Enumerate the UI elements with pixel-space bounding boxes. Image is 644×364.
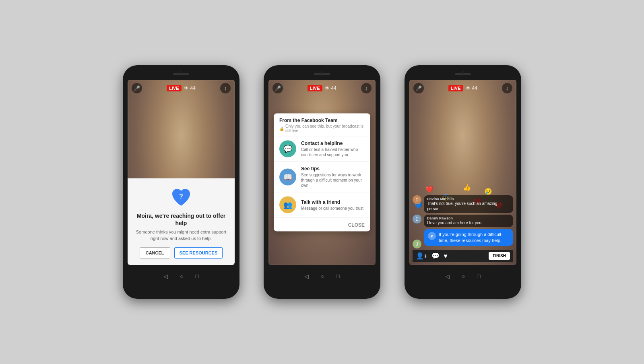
camera-1 (180, 71, 183, 74)
tips-text: See tips See suggestions for ways to wor… (301, 166, 365, 188)
helpline-icon: 💬 (279, 141, 296, 157)
eye-icon-2: 👁 (325, 85, 330, 91)
back-nav-2[interactable]: ◁ (304, 273, 309, 279)
live-center-2: LIVE 👁 44 (308, 85, 336, 91)
avatar-jasmine: J (413, 240, 421, 248)
live-badge-2: LIVE (308, 85, 322, 91)
helpline-text: Contact a helpline Call or text a traine… (301, 141, 365, 157)
share-icon-2[interactable]: ↕ (361, 83, 372, 93)
resource-heart-icon: ♥ (428, 232, 436, 240)
recent-nav-3[interactable]: □ (477, 273, 481, 279)
comment-text-2: I love you and am here for you (427, 220, 510, 225)
alert-subtitle: Someone thinks you might need extra supp… (134, 229, 228, 242)
live-bar-2: 🎤 LIVE 👁 44 ↕ (268, 83, 376, 93)
dialog-from: From the Facebook Team (279, 118, 365, 123)
resources-dialog: From the Facebook Team 🔒 Only you can se… (274, 114, 370, 232)
eye-icon-3: 👁 (466, 85, 471, 91)
live-bar-1: 🎤 LIVE 👁 44 ↕ (128, 83, 235, 93)
alert-buttons: CANCEL SEE RESOURCES (134, 247, 228, 259)
comment-row-1: D Davina Muriello That's not true, you'r… (413, 195, 513, 213)
live-views-2: 👁 44 (325, 85, 336, 91)
screen-2: 🎤 LIVE 👁 44 ↕ From the Facebook Team 🔒 O (268, 80, 376, 265)
phones-container: 🎤 LIVE 👁 44 ↕ ? Moira, (123, 65, 521, 299)
alert-overlay: ? Moira, we're reaching out to offer hel… (128, 178, 235, 265)
live-center-1: LIVE 👁 44 (167, 85, 196, 91)
phone-1: 🎤 LIVE 👁 44 ↕ ? Moira, (123, 65, 239, 299)
mic-icon-3[interactable]: 🎤 (413, 83, 424, 93)
dialog-item-friend[interactable]: 👥 Talk with a friend Message or call som… (274, 192, 370, 218)
comment-bubble-2: Danny Pawson I love you and am here for … (424, 215, 513, 227)
heart-question-icon: ? (170, 186, 192, 208)
friend-title: Talk with a friend (301, 199, 365, 205)
heart-icon[interactable]: ♥ (444, 252, 448, 260)
tips-icon: 📖 (279, 168, 296, 185)
screen-1: 🎤 LIVE 👁 44 ↕ ? Moira, (128, 80, 235, 265)
live-badge-3: LIVE (448, 85, 463, 91)
mic-icon-2[interactable]: 🎤 (272, 83, 283, 93)
phone-2: 🎤 LIVE 👁 44 ↕ From the Facebook Team 🔒 O (264, 65, 380, 299)
dialog-privacy: 🔒 Only you can see this, but your broadc… (279, 124, 365, 133)
friend-desc: Message or call someone you trust. (301, 205, 365, 211)
bottom-bar-1: ◁ ○ □ (128, 267, 235, 285)
back-nav-3[interactable]: ◁ (445, 273, 450, 279)
comments-overlay: D Davina Muriello That's not true, you'r… (409, 195, 516, 265)
helpline-title: Contact a helpline (301, 141, 365, 146)
friend-text: Talk with a friend Message or call someo… (301, 199, 365, 211)
share-icon-1[interactable]: ↕ (220, 83, 231, 93)
screen-3: 🎤 LIVE 👁 44 ↕ ❤️ 😨 👍 ❤️ 😢 ❤️ 💙 (409, 80, 516, 265)
bottom-bar-2: ◁ ○ □ (268, 267, 376, 285)
close-button[interactable]: CLOSE (348, 222, 365, 228)
resource-text: If you're going through a difficult time… (439, 232, 509, 243)
dialog-header: From the Facebook Team 🔒 Only you can se… (274, 114, 370, 136)
eye-icon-1: 👁 (184, 85, 189, 91)
see-resources-button[interactable]: SEE RESOURCES (174, 247, 223, 259)
camera-3 (462, 71, 464, 74)
lock-icon: 🔒 (279, 126, 284, 130)
mic-icon-1[interactable]: 🎤 (132, 83, 142, 93)
dialog-item-helpline[interactable]: 💬 Contact a helpline Call or text a trai… (274, 136, 370, 162)
live-center-3: LIVE 👁 44 (448, 85, 477, 91)
resource-bubble: ♥ If you're going through a difficult ti… (424, 229, 513, 246)
bottom-actions: 👤+ 💬 ♥ FINISH (413, 250, 513, 262)
home-nav-1[interactable]: ○ (180, 273, 183, 279)
svg-text:?: ? (179, 193, 183, 200)
phone-3: 🎤 LIVE 👁 44 ↕ ❤️ 😨 👍 ❤️ 😢 ❤️ 💙 (405, 65, 521, 299)
alert-title: Moira, we're reaching out to offer help (134, 212, 228, 227)
dialog-item-tips[interactable]: 📖 See tips See suggestions for ways to w… (274, 162, 370, 192)
helpline-desc: Call or text a trained helper who can li… (301, 147, 365, 157)
bottom-bar-3: ◁ ○ □ (409, 267, 516, 285)
commenter-name-1: Davina Muriello (427, 197, 510, 201)
comment-row-2: D Danny Pawson I love you and am here fo… (413, 215, 513, 227)
comment-bubble-1: Davina Muriello That's not true, you're … (424, 195, 513, 213)
resource-message-row: J ♥ If you're going through a difficult … (413, 229, 513, 248)
cancel-button[interactable]: CANCEL (140, 247, 170, 259)
live-bar-3: 🎤 LIVE 👁 44 ↕ (409, 83, 516, 93)
avatar-danny: D (413, 215, 421, 223)
comment-icon[interactable]: 💬 (431, 252, 440, 260)
live-badge-1: LIVE (167, 85, 181, 91)
home-nav-3[interactable]: ○ (462, 273, 465, 279)
camera-2 (321, 71, 324, 74)
back-nav-1[interactable]: ◁ (163, 273, 168, 279)
tips-title: See tips (301, 166, 365, 172)
commenter-name-2: Danny Pawson (427, 216, 510, 220)
tips-desc: See suggestions for ways to work through… (301, 172, 365, 188)
recent-nav-1[interactable]: □ (196, 273, 199, 279)
recent-nav-2[interactable]: □ (336, 273, 340, 279)
share-icon-3[interactable]: ↕ (502, 83, 512, 93)
live-views-3: 👁 44 (466, 85, 477, 91)
dialog-close-row: CLOSE (274, 218, 370, 232)
finish-button[interactable]: FINISH (489, 252, 510, 260)
add-friend-icon[interactable]: 👤+ (416, 252, 427, 260)
avatar-davina: D (413, 195, 421, 204)
comment-text-1: That's not true, you're such an amazing … (427, 201, 510, 211)
friend-icon: 👥 (279, 196, 296, 213)
live-views-1: 👁 44 (184, 85, 196, 91)
home-nav-2[interactable]: ○ (321, 273, 324, 279)
